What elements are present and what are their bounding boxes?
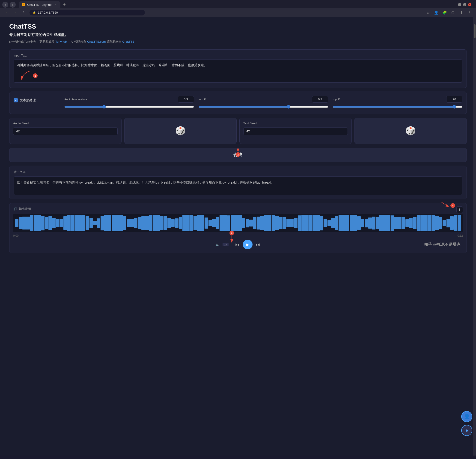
audio-title: 输出音频 xyxy=(19,207,31,211)
play-btn[interactable]: ▶ xyxy=(243,240,253,249)
top-p-group: top_P 0.7 xyxy=(199,96,328,110)
volume-icon: 🔈 xyxy=(216,243,219,246)
annotation-3-num: 3 xyxy=(230,231,234,235)
window-maximize-btn[interactable]: □ xyxy=(463,3,466,6)
annotation-1: 1 xyxy=(21,71,38,80)
annotation-4-num: 4 xyxy=(450,203,455,208)
output-text-section: 输出文本 四川美食确实以辣闻名，但也有不辣的选择[uv_break]。比如甜水面… xyxy=(9,166,467,199)
address-text: 127.0.0.1:7860 xyxy=(38,11,58,14)
text-seed-input[interactable]: 42 xyxy=(243,127,348,135)
desc-sep2: 源代码来自 xyxy=(107,40,122,43)
audio-seed-dice-card: 🎲 xyxy=(124,118,237,144)
tab-close-btn[interactable]: × xyxy=(53,3,57,7)
nav-forward-btn[interactable]: › xyxy=(12,9,18,16)
top-k-slider-wrap xyxy=(333,105,462,110)
annotation-1-num: 1 xyxy=(33,73,38,78)
tab-title: ChatTTS-Tonyhub xyxy=(27,3,52,7)
input-text-section: Input Text 1 xyxy=(9,49,467,88)
extensions-btn[interactable]: 🧩 xyxy=(442,9,448,16)
share-btn[interactable]: ⬡ xyxy=(450,9,456,16)
player-controls: 🔈 1x 3 ⏮ ▶ ⏭ xyxy=(13,240,463,249)
waveform-bars xyxy=(13,214,463,232)
chattts-link[interactable]: ChatTTS xyxy=(122,40,135,43)
desc-prefix: 此一键包由Tony制作，更新和教程 xyxy=(9,40,54,43)
top-k-slider[interactable] xyxy=(333,105,462,109)
window-close-btn[interactable]: ✕ xyxy=(468,3,471,6)
page-container: ChatTSS 专为日常对话打造的语音生成模型。 此一键包由Tony制作，更新和… xyxy=(0,17,476,456)
watermark: 知乎 @托尼不是塔克 xyxy=(422,240,463,249)
controls-section: ✓ 文本预处理 Audio temperature 0.3 top_P xyxy=(9,92,467,114)
tab-bar: ‹ › T ChatTTS-Tonyhub × + ─ □ ✕ xyxy=(0,0,476,8)
active-tab[interactable]: T ChatTTS-Tonyhub × xyxy=(19,1,60,8)
desc-sep: ！ UI代码来自 xyxy=(68,40,87,43)
top-k-value[interactable]: 20 xyxy=(446,96,462,103)
window-controls: ─ □ ✕ xyxy=(458,3,474,6)
tonyhub-link[interactable]: Tonyhub xyxy=(55,40,67,43)
play-icon: ▶ xyxy=(246,242,249,247)
page-title: ChatTSS xyxy=(9,23,467,30)
preprocess-label: 文本预处理 xyxy=(20,98,36,102)
audio-temp-value[interactable]: 0.3 xyxy=(178,96,194,103)
window-minimize-btn[interactable]: ─ xyxy=(458,3,461,6)
lock-icon: 🔒 xyxy=(33,11,36,14)
scrollbar-thumb[interactable] xyxy=(474,24,476,38)
time-end: 0:12 xyxy=(458,234,463,237)
annotation-1-arrow xyxy=(21,71,32,80)
bookmark-btn[interactable]: ☆ xyxy=(425,9,431,16)
audio-temp-slider[interactable] xyxy=(64,105,194,109)
input-text-area[interactable] xyxy=(14,60,462,83)
annotation-2: 2 xyxy=(235,145,241,157)
browser-forward-btn[interactable]: › xyxy=(10,2,16,8)
float-avatar-2[interactable]: ● xyxy=(461,425,472,436)
annotation-3-arrow xyxy=(225,234,239,243)
download-btn[interactable]: ⬇ xyxy=(456,206,463,213)
annotation-2-num: 2 xyxy=(236,152,240,157)
audio-seed-label: Audio Seed xyxy=(13,122,118,125)
page-subtitle: 专为日常对话打造的语音生成模型。 xyxy=(9,33,467,37)
synth-wrap: 合成 2 xyxy=(9,148,467,166)
audio-temp-slider-wrap xyxy=(64,105,194,110)
top-k-group: top_K 20 xyxy=(333,96,462,110)
annotation-4-arrow xyxy=(440,202,450,209)
address-input[interactable]: 🔒 127.0.0.1:7860 xyxy=(30,10,145,16)
output-text-area: 四川美食确实以辣闻名，但也有不辣的选择[uv_break]。比如甜水面、赖汤圆、… xyxy=(14,177,462,195)
forward-btn[interactable]: ⏭ xyxy=(256,242,260,247)
seeds-section: Audio Seed 42 🎲 Text Seed 42 🎲 xyxy=(9,118,467,144)
audio-note-icon: 🎵 xyxy=(13,207,17,211)
volume-btn[interactable]: 🔈 xyxy=(216,243,219,246)
text-seed-dice-btn[interactable]: 🎲 xyxy=(358,122,463,140)
browser-chrome: ‹ › T ChatTTS-Tonyhub × + ─ □ ✕ ‹ › ↻ 🔒 … xyxy=(0,0,476,17)
top-p-slider[interactable] xyxy=(199,105,328,109)
waveform xyxy=(13,214,463,232)
text-seed-card: Text Seed 42 xyxy=(239,118,352,144)
address-bar: ‹ › ↻ 🔒 127.0.0.1:7860 ☆ 👤 🧩 ⬡ ⬇ ⋮ xyxy=(0,8,476,17)
audio-temp-group: Audio temperature 0.3 xyxy=(64,96,194,110)
annotation-4: 4 xyxy=(440,202,455,209)
download-nav-btn[interactable]: ⬇ xyxy=(458,9,465,16)
output-text-label: 输出文本 xyxy=(14,170,462,174)
time-start: 0:00 xyxy=(13,234,18,237)
top-p-label: top_P xyxy=(199,98,206,101)
browser-back-btn[interactable]: ‹ xyxy=(2,2,8,8)
nav-back-btn[interactable]: ‹ xyxy=(3,9,10,16)
audio-seed-input[interactable]: 42 xyxy=(13,127,118,135)
annotation-2-arrow xyxy=(235,145,241,152)
audio-seed-dice-btn[interactable]: 🎲 xyxy=(128,122,233,140)
audio-seed-card: Audio Seed 42 xyxy=(9,118,121,144)
new-tab-btn[interactable]: + xyxy=(61,1,68,8)
menu-btn[interactable]: ⋮ xyxy=(466,9,473,16)
float-avatar-1[interactable]: 👤 xyxy=(461,411,472,422)
audio-section: 🎵 输出音频 4 ⬇ 0:00 xyxy=(9,203,467,253)
top-k-label: top_K xyxy=(333,98,340,101)
scrollbar-track[interactable] xyxy=(473,17,476,456)
tab-favicon: T xyxy=(22,3,25,6)
text-seed-label: Text Seed xyxy=(243,122,348,125)
top-p-value[interactable]: 0.7 xyxy=(312,96,328,103)
profile-btn[interactable]: 👤 xyxy=(433,9,440,16)
preprocess-checkbox[interactable]: ✓ xyxy=(14,98,18,102)
nav-refresh-btn[interactable]: ↻ xyxy=(21,9,27,16)
audio-header: 🎵 输出音频 4 xyxy=(13,207,463,211)
chattts-com-link[interactable]: ChatTTS.com xyxy=(87,40,106,43)
top-p-slider-wrap xyxy=(199,105,328,110)
page-desc: 此一键包由Tony制作，更新和教程 Tonyhub ！ UI代码来自 ChatT… xyxy=(9,40,467,44)
